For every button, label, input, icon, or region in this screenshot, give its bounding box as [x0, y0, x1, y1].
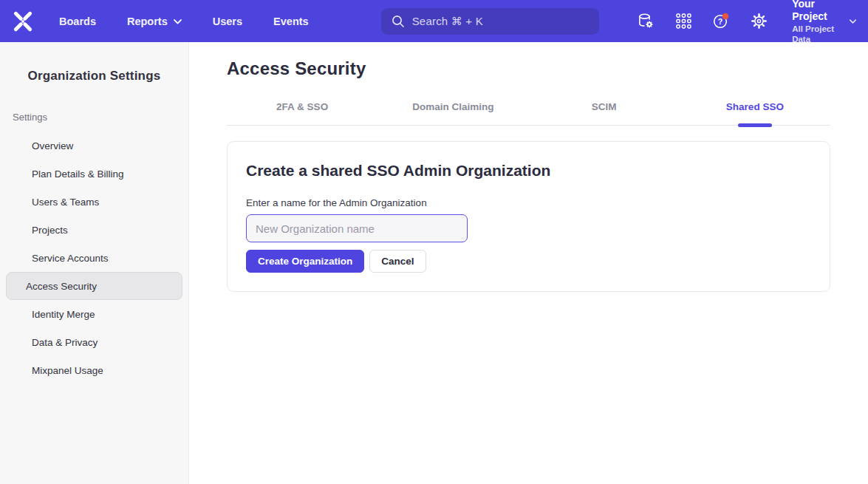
- svg-text:?: ?: [718, 17, 722, 26]
- nav-item-users[interactable]: Users: [213, 16, 242, 27]
- project-switcher[interactable]: Your Project All Project Data: [792, 0, 856, 44]
- tab-shared-sso[interactable]: Shared SSO: [680, 101, 830, 125]
- settings-gear-icon[interactable]: [749, 12, 768, 31]
- sidebar-item-users-teams[interactable]: Users & Teams: [6, 188, 182, 216]
- nav-item-reports[interactable]: Reports: [127, 16, 182, 27]
- tab-bar: 2FA & SSO Domain Claiming SCIM Shared SS…: [227, 101, 830, 126]
- search-input[interactable]: Search ⌘ + K: [381, 8, 600, 35]
- app-root: Boards Reports Users Events Search ⌘ + K: [0, 0, 868, 484]
- card-button-row: Create Organization Cancel: [246, 250, 811, 273]
- nav-item-events-label: Events: [273, 16, 309, 27]
- tab-scim[interactable]: SCIM: [529, 101, 680, 125]
- main-content: Access Security 2FA & SSO Domain Claimin…: [189, 42, 868, 484]
- page-title: Access Security: [227, 58, 830, 79]
- page-layout: Organization Settings Settings Overview …: [0, 42, 868, 484]
- top-navigation-bar: Boards Reports Users Events Search ⌘ + K: [0, 0, 868, 42]
- sidebar-item-data-privacy[interactable]: Data & Privacy: [6, 328, 182, 356]
- create-sso-org-card: Create a shared SSO Admin Organization E…: [227, 141, 830, 292]
- nav-item-reports-label: Reports: [127, 16, 168, 27]
- nav-item-boards[interactable]: Boards: [59, 16, 96, 27]
- sidebar-item-plan-details-billing[interactable]: Plan Details & Billing: [6, 160, 182, 188]
- sidebar-item-identity-merge[interactable]: Identity Merge: [6, 300, 182, 328]
- tab-2fa-sso[interactable]: 2FA & SSO: [227, 101, 377, 125]
- apps-grid-icon[interactable]: [674, 12, 693, 31]
- search-placeholder: Search ⌘ + K: [412, 15, 483, 28]
- mixpanel-logo-icon[interactable]: [12, 9, 34, 34]
- create-organization-button[interactable]: Create Organization: [246, 250, 364, 273]
- nav-item-users-label: Users: [213, 16, 242, 27]
- project-name: Your Project: [792, 0, 839, 24]
- settings-sidebar: Organization Settings Settings Overview …: [0, 42, 189, 484]
- tab-domain-claiming[interactable]: Domain Claiming: [377, 101, 528, 125]
- sidebar-item-projects[interactable]: Projects: [6, 216, 182, 244]
- sidebar-title: Organization Settings: [0, 69, 188, 83]
- sidebar-item-access-security[interactable]: Access Security: [6, 272, 182, 300]
- nav-item-boards-label: Boards: [59, 16, 96, 27]
- search-icon: [392, 15, 405, 28]
- project-meta: Your Project All Project Data: [792, 0, 839, 44]
- topbar-icon-group: ?: [636, 12, 768, 31]
- notification-dot: [722, 13, 728, 19]
- chevron-down-icon: [174, 19, 182, 24]
- org-name-input[interactable]: [246, 214, 468, 242]
- sidebar-item-service-accounts[interactable]: Service Accounts: [6, 244, 182, 272]
- sidebar-section-label: Settings: [13, 112, 188, 123]
- chevron-down-icon: [850, 18, 856, 24]
- sidebar-item-overview[interactable]: Overview: [6, 132, 182, 160]
- sidebar-item-mixpanel-usage[interactable]: Mixpanel Usage: [6, 356, 182, 384]
- data-management-icon[interactable]: [636, 12, 655, 31]
- org-name-label: Enter a name for the Admin Organization: [246, 197, 811, 208]
- help-icon[interactable]: ?: [711, 12, 731, 31]
- card-heading: Create a shared SSO Admin Organization: [246, 162, 811, 180]
- cancel-button[interactable]: Cancel: [369, 250, 426, 273]
- nav-item-events[interactable]: Events: [273, 16, 309, 27]
